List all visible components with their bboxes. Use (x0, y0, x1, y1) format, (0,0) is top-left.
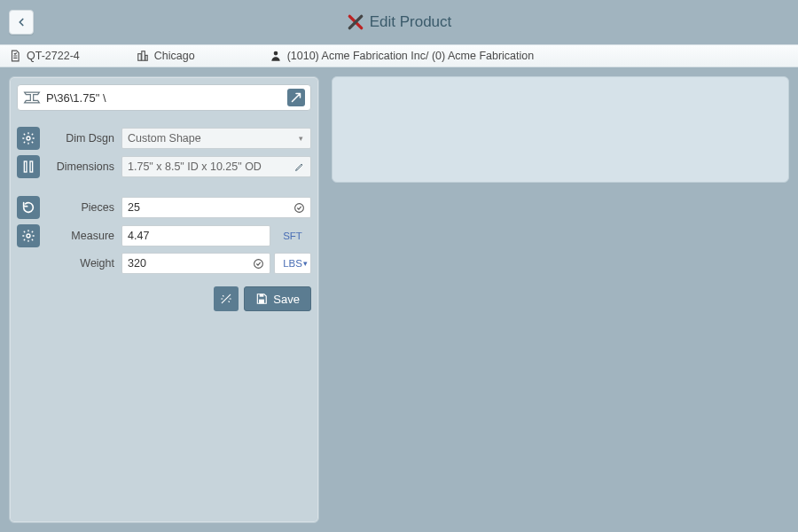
check-circle-icon (293, 202, 305, 214)
main-area: P\36\1.75" \ Dim Dsgn Custom Shape ▾ Dim… (0, 67, 798, 532)
dim-dsgn-value: Custom Shape (128, 132, 296, 145)
dim-dsgn-label: Dim Dsgn (51, 132, 114, 145)
svg-rect-0 (138, 54, 142, 61)
save-icon (255, 293, 268, 305)
chevron-down-icon: ▾ (296, 134, 305, 143)
left-panel: P\36\1.75" \ Dim Dsgn Custom Shape ▾ Dim… (9, 76, 319, 523)
measure-label: Measure (51, 230, 114, 242)
dimensions-field: 1.75" x 8.5" ID x 10.25" OD (121, 156, 311, 177)
doc-id-item: QT-2722-4 (9, 50, 80, 62)
product-name-text: P\36\1.75" \ (46, 91, 282, 105)
svg-rect-2 (145, 55, 147, 60)
svg-rect-11 (259, 300, 264, 304)
pencil-icon (294, 161, 305, 172)
svg-rect-5 (24, 161, 27, 172)
pieces-value: 25 (128, 201, 293, 214)
app-logo-icon (347, 13, 364, 31)
person-icon (270, 50, 282, 62)
svg-rect-1 (142, 51, 145, 61)
svg-point-9 (254, 259, 263, 268)
dim-dsgn-select[interactable]: Custom Shape ▾ (121, 128, 311, 149)
svg-point-7 (295, 203, 304, 212)
location-item: Chicago (137, 50, 195, 62)
svg-point-8 (27, 234, 30, 238)
weight-label: Weight (51, 257, 114, 270)
save-button-label: Save (273, 293, 300, 306)
document-icon (9, 50, 21, 62)
product-goto-button[interactable] (287, 89, 305, 106)
titlebar: Edit Product (0, 0, 798, 44)
weight-input[interactable]: 320 (121, 253, 270, 274)
dimensions-value: 1.75" x 8.5" ID x 10.25" OD (128, 160, 294, 173)
chevron-left-icon (15, 16, 27, 28)
arrow-up-right-icon (291, 92, 301, 103)
measure-value: 4.47 (128, 230, 264, 242)
measure-input[interactable]: 4.47 (121, 225, 270, 246)
location-text: Chicago (154, 50, 195, 62)
right-panel (332, 76, 789, 183)
wand-icon (220, 293, 232, 305)
action-row: Save (17, 286, 311, 311)
edit-dimensions-button[interactable] (294, 161, 305, 172)
pieces-input[interactable]: 25 (121, 197, 311, 218)
gear-icon (21, 131, 35, 145)
customer-text: (1010) Acme Fabrication Inc/ (0) Acme Fa… (287, 50, 535, 62)
chevron-down-icon: ▾ (303, 259, 308, 268)
measure-unit: SFT (274, 225, 311, 246)
magic-button[interactable] (214, 286, 239, 311)
undo-icon (21, 200, 35, 215)
dimensions-label: Dimensions (51, 160, 114, 173)
page-title: Edit Product (370, 13, 452, 31)
weight-unit-value: LBS (283, 258, 302, 269)
weight-value: 320 (128, 257, 253, 270)
doc-id-text: QT-2722-4 (27, 50, 80, 62)
svg-point-3 (273, 51, 278, 56)
gear-icon (21, 229, 35, 243)
beam-icon (23, 90, 41, 106)
product-name-row: P\36\1.75" \ (17, 84, 311, 111)
dimensions-tool-button[interactable] (17, 155, 40, 178)
pieces-label: Pieces (51, 201, 114, 214)
infobar: QT-2722-4 Chicago (1010) Acme Fabricatio… (0, 44, 798, 67)
check-circle-icon (253, 258, 264, 270)
weight-unit-select[interactable]: LBS ▾ (274, 253, 311, 274)
settings-button[interactable] (17, 127, 40, 150)
customer-item: (1010) Acme Fabrication Inc/ (0) Acme Fa… (270, 50, 535, 62)
svg-rect-10 (260, 294, 264, 297)
svg-rect-6 (30, 161, 33, 172)
back-button[interactable] (9, 10, 34, 35)
building-icon (137, 50, 149, 62)
columns-icon (21, 160, 35, 174)
svg-point-4 (27, 137, 30, 140)
save-button[interactable]: Save (244, 286, 311, 311)
reset-button[interactable] (17, 196, 40, 219)
settings2-button[interactable] (17, 224, 40, 247)
